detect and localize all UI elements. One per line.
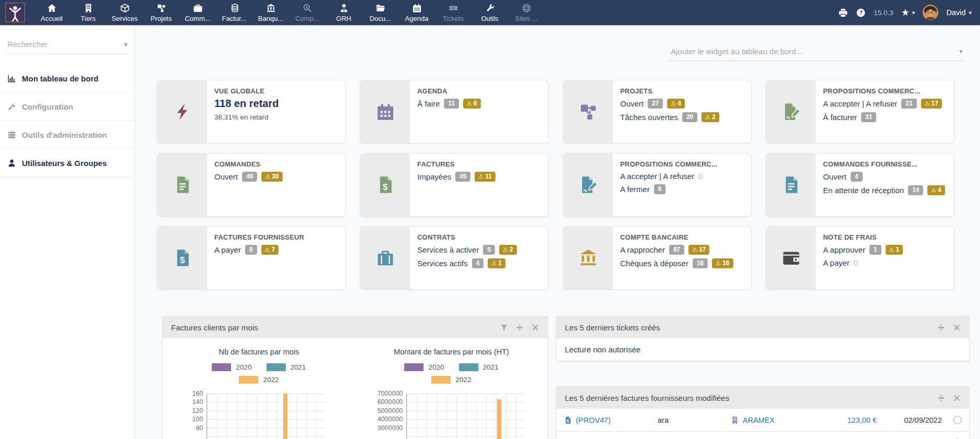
widget-vue-globale[interactable]: VUE GLOBALE118 en retard 38,31% en retar… <box>157 80 346 144</box>
legend-label: 2021 <box>291 363 306 371</box>
stat-label: Ouvert <box>214 172 238 181</box>
nav-item-outils[interactable]: Outils <box>471 0 508 25</box>
widget-note-de-frais[interactable]: NOTE DE FRAIS A approuver1⚠1 A payer0 <box>766 226 954 290</box>
widget-projets[interactable]: PROJETS Ouvert27⚠4 Tâches ouvertes20⚠2 <box>563 80 752 144</box>
supplier-invoices-rows: $ (PROV47) ara ARAMEX 123,00 € 02/09/202… <box>556 409 969 439</box>
add-widget-select[interactable]: Ajouter le widget au tableau de bord... … <box>670 45 964 61</box>
navbar-right-tools: ? 15.0.3 ★ ▾ David ▾ <box>838 5 980 20</box>
warning-badge: ⚠17 <box>688 245 709 255</box>
widget-contrats[interactable]: CONTRATS Services à activer5⚠2 Services … <box>360 226 549 290</box>
count-badge: 27 <box>648 99 663 109</box>
search-input[interactable] <box>7 40 124 49</box>
close-icon[interactable] <box>531 324 539 331</box>
y-tick: 3000000 <box>378 424 403 432</box>
widget-propositions-commerc[interactable]: PROPOSITIONS COMMERC... A accepter | A r… <box>766 80 954 144</box>
nav-item-grh[interactable]: GRH <box>325 0 362 25</box>
y-tick: 5000000 <box>378 407 403 415</box>
close-icon[interactable] <box>953 394 961 402</box>
nav-item-label: Agenda <box>405 15 429 22</box>
file-signature-icon <box>563 153 613 216</box>
move-icon[interactable] <box>937 324 945 331</box>
widget-factures-fournisseur[interactable]: $ FACTURES FOURNISSEUR A payer8⚠7 <box>157 226 346 290</box>
warning-badge: ⚠4 <box>927 185 945 195</box>
warning-icon: ⚠ <box>478 173 483 180</box>
sidebar-item-label: Outils d'administration <box>22 130 107 139</box>
svg-text:$: $ <box>305 5 308 9</box>
nav-item-docu[interactable]: Docu... <box>362 0 398 25</box>
panel-header-icons <box>500 324 539 331</box>
nav-item-projets[interactable]: Projets <box>143 0 179 25</box>
nav-item-label: Factur... <box>222 15 247 22</box>
nav-item-label: Accueil <box>41 15 63 22</box>
nav-item-tickets[interactable]: Tickets <box>435 0 471 25</box>
nav-item-factur[interactable]: Factur... <box>216 0 252 25</box>
widget-title: CONTRATS <box>417 233 517 241</box>
nav-item-tiers[interactable]: Tiers <box>70 0 106 25</box>
move-icon[interactable] <box>516 324 524 331</box>
widget-commandes-fournisse[interactable]: COMMANDES FOURNISSE... Ouvert4 En attent… <box>766 153 954 217</box>
sidebar-search: ▾ <box>7 40 127 54</box>
supplier-invoice-row: $ <box>556 432 969 439</box>
widget-stat-line: Services à activer5⚠2 <box>417 245 517 255</box>
plot-area: 16014012010080 <box>192 394 326 439</box>
close-icon[interactable] <box>953 324 961 331</box>
widget-title: FACTURES FOURNISSEUR <box>214 233 304 241</box>
stat-label: A approuver <box>823 245 865 254</box>
nav-item-accueil[interactable]: Accueil <box>33 0 70 25</box>
widget-agenda[interactable]: AGENDA À faire11⚠6 <box>360 80 549 144</box>
widget-stat-line: A payer0 <box>823 258 903 267</box>
widget-compte-bancaire[interactable]: COMPTE BANCAIRE A rapprocher87⚠17 Chèque… <box>563 226 752 290</box>
chevron-down-icon: ▾ <box>969 9 972 16</box>
nav-item-label: Projets <box>151 15 172 22</box>
help-icon[interactable]: ? <box>856 8 866 18</box>
widget-commandes[interactable]: COMMANDES Ouvert49⚠30 <box>157 153 346 217</box>
panel-title: Factures clients par mois <box>171 323 258 332</box>
user-menu[interactable]: David ▾ <box>946 8 972 17</box>
sidebar-item-label: Configuration <box>22 102 73 111</box>
company-link[interactable]: ARAMEX <box>731 416 798 424</box>
chevron-down-icon[interactable]: ▾ <box>124 41 127 48</box>
sidebar-item-mon-tableau-de-bord[interactable]: Mon tableau de bord <box>0 65 135 93</box>
plot-grid <box>207 394 325 439</box>
widget-body: PROPOSITIONS COMMERC... A accepter | A r… <box>816 80 949 143</box>
last-supplier-invoices-panel: Les 5 dernières factures fournisseurs mo… <box>556 386 970 439</box>
widget-propositions-commerc[interactable]: PROPOSITIONS COMMERC... A accepter | A r… <box>563 153 752 217</box>
sidebar-item-outils-d-administration[interactable]: Outils d'administration <box>0 121 135 149</box>
widget-body: VUE GLOBALE118 en retard 38,31% en retar… <box>207 80 286 143</box>
invoice-ref-link[interactable]: $ (PROV47) <box>564 416 658 424</box>
nav-item-label: Banqu... <box>258 15 283 22</box>
y-tick: 120 <box>192 407 203 415</box>
svg-text:?: ? <box>859 9 863 16</box>
nav-item-services[interactable]: Services <box>106 0 143 25</box>
nav-item-comm[interactable]: Comm... <box>179 0 216 25</box>
nav-item-sites[interactable]: Sites ... <box>508 0 545 25</box>
sidebar-item-utilisateurs-groupes[interactable]: Utilisateurs & Groupes <box>0 149 135 177</box>
widget-stat-line: Ouvert49⚠30 <box>214 172 283 182</box>
legend-label: 2021 <box>483 363 499 371</box>
nav-item-banqu[interactable]: Banqu... <box>252 0 289 25</box>
move-icon[interactable] <box>937 394 945 402</box>
wrench-icon <box>485 3 495 13</box>
chevron-down-icon: ▾ <box>959 48 962 55</box>
tickets-message: Lecture non autorisée <box>556 338 969 361</box>
widget-title: FACTURES <box>417 160 495 168</box>
file-dollar-icon: $ <box>360 153 410 216</box>
dolibarr-logo-icon[interactable] <box>5 3 25 22</box>
sidebar-item-configuration[interactable]: Configuration <box>0 93 135 121</box>
chart-nb-de-factures-par-mois: Nb de factures par mois 2020 2021 2022 1… <box>163 348 355 439</box>
nav-item-agenda[interactable]: Agenda <box>398 0 435 25</box>
warning-icon: ⚠ <box>491 260 497 266</box>
user-avatar[interactable] <box>923 5 938 20</box>
filter-icon[interactable] <box>500 324 508 331</box>
widget-title: COMMANDES <box>214 160 283 168</box>
plot-grid <box>406 394 525 439</box>
widget-stat-line: Services actifs4⚠1 <box>417 258 517 268</box>
stat-label: A accepter | A refuser <box>823 99 897 108</box>
widget-factures[interactable]: $ FACTURES Impayées45⚠11 <box>360 153 549 217</box>
bookmarks-menu[interactable]: ★ ▾ <box>901 8 915 17</box>
legend-item-2021: 2021 <box>459 363 499 371</box>
status-circle-icon <box>953 416 962 424</box>
nav-item-comp[interactable]: $ Comp... <box>289 0 325 25</box>
print-icon[interactable] <box>838 8 848 18</box>
panel-header: Les 5 dernières factures fournisseurs mo… <box>556 387 969 409</box>
